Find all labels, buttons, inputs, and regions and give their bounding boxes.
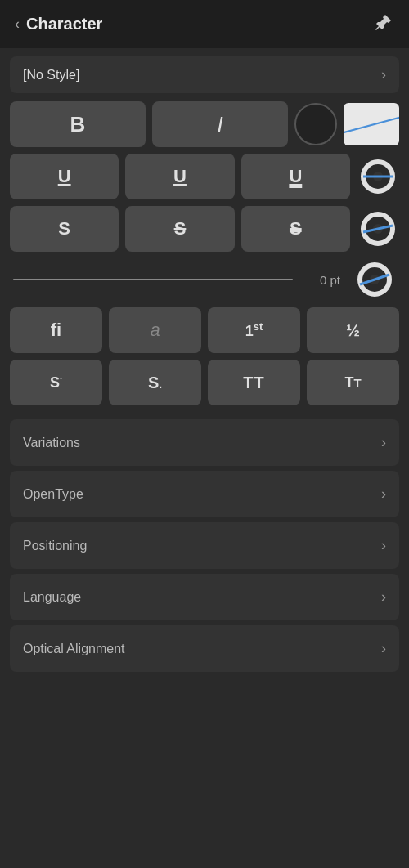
no-strike-button[interactable]: S	[10, 206, 119, 252]
small-caps-button[interactable]: S.	[109, 360, 201, 405]
underline-double-button[interactable]: U	[241, 154, 350, 199]
positioning-chevron-icon: ›	[381, 537, 386, 554]
baseline-row: 0 pt	[10, 258, 399, 301]
title-case-button[interactable]: TT	[307, 360, 399, 405]
language-label: Language	[23, 590, 81, 605]
row-case: S· S. TT TT	[10, 360, 399, 405]
alternate-a-button[interactable]: a	[109, 307, 201, 353]
opentype-row[interactable]: OpenType ›	[10, 471, 399, 517]
header: ‹ Character	[0, 0, 409, 48]
color-picker[interactable]	[294, 103, 337, 145]
strike-double-button[interactable]: S	[241, 206, 350, 252]
variations-label: Variations	[23, 436, 80, 450]
style-chevron-icon: ›	[381, 66, 386, 83]
pin-button[interactable]	[373, 11, 394, 37]
ligature-fi-button[interactable]: fi	[10, 307, 102, 353]
variations-chevron-icon: ›	[381, 434, 386, 451]
underline-button[interactable]: U	[10, 154, 119, 199]
positioning-row[interactable]: Positioning ›	[10, 522, 399, 569]
bold-button[interactable]: B	[10, 101, 146, 147]
row-bold-italic: B I	[10, 101, 399, 147]
style-label: [No Style]	[23, 68, 79, 83]
positioning-label: Positioning	[23, 539, 87, 553]
optical-alignment-row[interactable]: Optical Alignment ›	[10, 625, 399, 672]
row-strikethrough: S S S	[10, 206, 399, 252]
optical-alignment-label: Optical Alignment	[23, 642, 125, 656]
style-selector[interactable]: [No Style] ›	[10, 56, 399, 93]
stroke-picker[interactable]	[344, 103, 399, 145]
all-caps-button[interactable]: TT	[208, 360, 300, 405]
row-ligatures: fi a 1st ½	[10, 307, 399, 353]
underline-style-ring[interactable]	[357, 155, 399, 198]
superscript-button[interactable]: 1st	[208, 307, 300, 353]
underline-single-button[interactable]: U	[125, 154, 234, 199]
optical-alignment-chevron-icon: ›	[381, 640, 386, 657]
opentype-chevron-icon: ›	[381, 485, 386, 503]
back-button[interactable]: ‹	[15, 16, 20, 33]
strike-single-button[interactable]: S	[125, 206, 234, 252]
strike-style-ring[interactable]	[357, 208, 399, 250]
baseline-style-ring[interactable]	[353, 258, 396, 301]
header-left: ‹ Character	[15, 15, 102, 34]
baseline-slider[interactable]	[13, 279, 293, 280]
language-row[interactable]: Language ›	[10, 574, 399, 620]
superscript-dot-button[interactable]: S·	[10, 360, 102, 405]
language-chevron-icon: ›	[381, 588, 386, 606]
panel-title: Character	[26, 15, 102, 34]
italic-button[interactable]: I	[152, 101, 288, 147]
baseline-value: 0 pt	[299, 273, 340, 287]
variations-row[interactable]: Variations ›	[10, 419, 399, 466]
format-section-1: B I U U U S S S	[10, 101, 399, 405]
fraction-button[interactable]: ½	[307, 307, 399, 353]
divider-1	[0, 414, 409, 414]
row-underline: U U U	[10, 154, 399, 199]
opentype-label: OpenType	[23, 487, 83, 502]
